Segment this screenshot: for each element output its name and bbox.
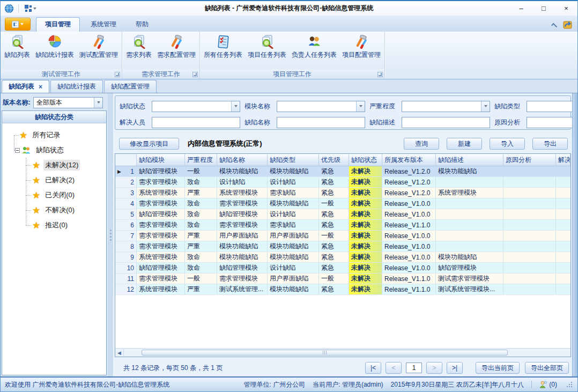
cell-severity[interactable]: 致命 (185, 252, 217, 263)
doc-tab-defect-list[interactable]: 缺陷列表 × (2, 80, 49, 93)
cell-version[interactable]: Release_V1.1.0 (382, 273, 436, 284)
tree-item-closed[interactable]: ★ 已关闭(0) (25, 188, 104, 203)
cell-module[interactable]: 需求管理模块 (137, 177, 185, 188)
cell-priority[interactable]: 紧急 (319, 263, 349, 273)
cell-status[interactable]: 未解决 (349, 284, 382, 295)
row-number-cell[interactable]: 3 (115, 188, 137, 198)
cell-priority[interactable]: 紧急 (319, 284, 349, 295)
cell-module[interactable]: 缺陷管理模块 (137, 209, 185, 220)
export-button[interactable]: 导出 (532, 138, 568, 150)
query-button[interactable]: 查询 (404, 138, 439, 150)
collapse-ribbon-icon[interactable] (551, 23, 557, 28)
cell-version[interactable]: Release_V1.2.0 (382, 166, 436, 177)
cell-description[interactable] (436, 241, 503, 252)
cell-solution[interactable] (556, 198, 570, 209)
cell-cause[interactable] (503, 166, 556, 177)
cell-priority[interactable]: 紧急 (319, 252, 349, 263)
table-row[interactable]: ▶1 缺陷管理模块 一般 模块功能缺陷 模块功能缺陷 紧急 未解决 Releas… (115, 166, 570, 177)
cell-cause[interactable] (503, 252, 556, 263)
cell-type[interactable]: 设计缺陷 (268, 209, 319, 220)
cell-module[interactable]: 缺陷管理模块 (137, 166, 185, 177)
header-priority[interactable]: 优先级 (319, 154, 349, 166)
row-number-cell[interactable]: ▶1 (115, 166, 137, 177)
requirement-config-button[interactable]: 需求配置管理 (154, 33, 198, 61)
cell-type[interactable]: 用户界面缺陷 (268, 273, 319, 284)
row-number-cell[interactable]: 9 (115, 252, 137, 263)
cell-solution[interactable] (556, 209, 570, 220)
cell-description[interactable]: 模块功能缺陷 (436, 252, 503, 263)
defect-report-button[interactable]: 缺陷统计报表 (33, 33, 77, 61)
chevron-down-icon[interactable] (481, 101, 490, 112)
cell-cause[interactable] (503, 209, 556, 220)
table-row[interactable]: 5 缺陷管理模块 致命 缺陷管理模块 设计缺陷 紧急 未解决 Release_V… (115, 209, 570, 220)
close-button[interactable]: × (555, 1, 577, 16)
close-icon[interactable]: × (39, 83, 42, 91)
scrollbar-track[interactable] (124, 349, 570, 357)
cell-solution[interactable] (556, 284, 570, 295)
project-tasks-button[interactable]: 项目任务列表 (245, 33, 289, 61)
cell-type[interactable]: 模块功能缺陷 (268, 284, 319, 295)
cell-type[interactable]: 模块功能缺陷 (268, 198, 319, 209)
table-row[interactable]: 9 系统管理模块 致命 模块功能缺陷 模块功能缺陷 紧急 未解决 Release… (115, 252, 570, 263)
cell-description[interactable]: 缺陷管理模块 (436, 263, 503, 273)
modify-columns-button[interactable]: 修改显示项目 (119, 138, 179, 150)
cause-analysis-input[interactable] (527, 117, 578, 128)
row-number-cell[interactable]: 5 (115, 209, 137, 220)
first-page-button[interactable]: |< (365, 362, 381, 374)
about-icon[interactable] (563, 21, 572, 29)
cell-priority[interactable]: 紧急 (319, 166, 349, 177)
row-number-cell[interactable]: 8 (115, 241, 137, 252)
row-number-cell[interactable]: 4 (115, 198, 137, 209)
cell-version[interactable]: Release_V1.0.0 (382, 263, 436, 273)
cell-severity[interactable]: 致命 (185, 198, 217, 209)
cell-severity[interactable]: 一般 (185, 166, 217, 177)
last-page-button[interactable]: >| (447, 362, 463, 374)
requirement-list-button[interactable]: 需求列表 (123, 33, 154, 61)
app-menu-button[interactable] (5, 18, 31, 31)
cell-priority[interactable]: 紧急 (319, 209, 349, 220)
tree-item-all-records[interactable]: ★ 所有记录 (11, 128, 104, 143)
cell-status[interactable]: 未解决 (349, 198, 382, 209)
cell-description[interactable]: 模块功能缺陷 (436, 166, 503, 177)
cell-priority[interactable]: 一般 (319, 231, 349, 241)
export-current-page-button[interactable]: 导出当前页 (476, 362, 520, 374)
vertical-scrollbar[interactable] (572, 93, 577, 376)
table-row[interactable]: 11 需求管理模块 一般 需求管理模块 用户界面缺陷 一般 未解决 Releas… (115, 273, 570, 284)
cell-module[interactable]: 需求管理模块 (137, 241, 185, 252)
page-number-input[interactable] (406, 363, 422, 373)
quick-access-toolbar-button[interactable] (23, 4, 39, 13)
cell-description[interactable] (436, 231, 503, 241)
cell-module[interactable]: 缺陷管理模块 (137, 263, 185, 273)
dialog-launcher-icon[interactable] (192, 72, 198, 77)
cell-cause[interactable] (503, 273, 556, 284)
cell-description[interactable] (436, 209, 503, 220)
cell-module[interactable]: 需求管理模块 (137, 198, 185, 209)
cell-module[interactable]: 系统管理模块 (137, 188, 185, 198)
owner-tasks-button[interactable]: 负责人任务列表 (289, 33, 339, 61)
cell-version[interactable]: Release_V1.2.0 (382, 188, 436, 198)
version-select[interactable]: 全部版本 (33, 97, 103, 108)
cell-priority[interactable]: 一般 (319, 273, 349, 284)
cell-solution[interactable] (556, 231, 570, 241)
cell-severity[interactable]: 严重 (185, 241, 217, 252)
table-row[interactable]: 7 需求管理模块 严重 用户界面缺陷 用户界面缺陷 一般 未解决 Release… (115, 231, 570, 241)
header-type[interactable]: 缺陷类型 (268, 154, 319, 166)
doc-tab-defect-config[interactable]: 缺陷配置管理 (104, 80, 157, 93)
cell-name[interactable]: 设计缺陷 (217, 177, 268, 188)
ribbon-tab-system[interactable]: 系统管理 (82, 18, 125, 32)
ribbon-tab-project[interactable]: 项目管理 (36, 17, 80, 32)
header-module[interactable]: 缺陷模块 (137, 154, 185, 166)
cell-version[interactable]: Release_V1.0.0 (382, 231, 436, 241)
cell-name[interactable]: 缺陷管理模块 (217, 209, 268, 220)
defect-list-button[interactable]: 缺陷列表 (2, 33, 33, 61)
cell-cause[interactable] (503, 220, 556, 231)
cell-solution[interactable] (556, 241, 570, 252)
cell-severity[interactable]: 严重 (185, 231, 217, 241)
cell-module[interactable]: 需求管理模块 (137, 220, 185, 231)
dialog-launcher-icon[interactable] (115, 72, 120, 77)
cell-name[interactable]: 模块功能缺陷 (217, 241, 268, 252)
user-message-icon[interactable] (539, 381, 547, 389)
cell-version[interactable]: Release_V1.1.0 (382, 220, 436, 231)
export-all-pages-button[interactable]: 导出全部页 (525, 362, 569, 374)
test-config-button[interactable]: 测试配置管理 (77, 33, 121, 61)
